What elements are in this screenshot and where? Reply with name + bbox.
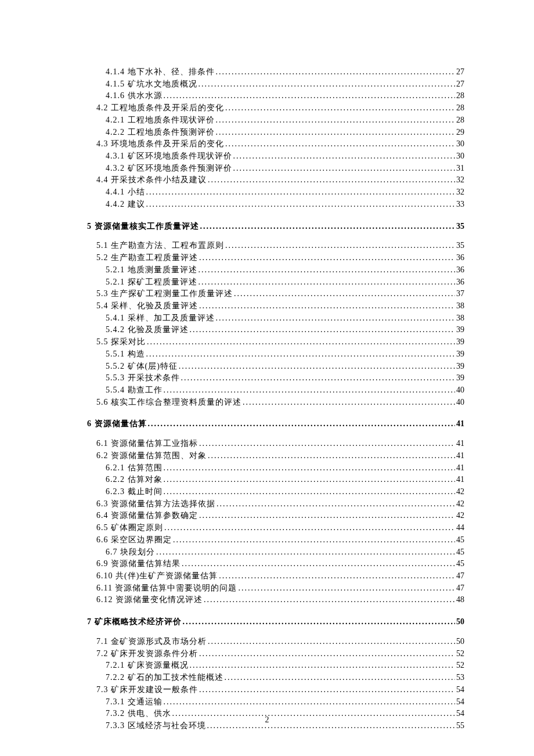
toc-entry: 4.2.1 工程地质条件现状评价28 [87,114,464,127]
toc-label: 5.2 生产勘查工程质量评述 [96,252,198,264]
toc-page: 42 [455,510,464,522]
toc-entry: 5.2 生产勘查工程质量评述36 [87,252,464,264]
toc-entry: 6.9 资源储量估算结果45 [87,558,464,570]
toc-page: 52 [455,660,464,672]
toc-entry: 4.3 环境地质条件及开采后的变化30 [87,138,464,150]
toc-label: 5.4.1 采样、加工及质量评述 [106,312,215,325]
toc-page: 28 [455,114,464,127]
toc-label: 5 资源储量核实工作质量评述 [87,221,199,233]
toc-page: 41 [455,474,464,486]
toc-page: 30 [455,150,464,163]
toc-label: 6.2.2 估算对象 [106,474,163,486]
toc-label: 6.2 资源储量估算范围、对象 [96,450,207,462]
toc-entry: 6.4 资源储量估算参数确定42 [87,510,464,522]
toc-entry: 6.2.1 估算范围41 [87,462,464,474]
toc-page: 39 [455,336,464,348]
toc-leader-dots [232,150,456,163]
toc-leader-dots [218,570,455,582]
toc-entry: 4.1.4 地下水补、径、排条件27 [87,66,464,78]
toc-entry: 5.2.1 地质测量质量评述36 [87,264,464,276]
toc-label: 7.3 矿床开发建设一般条件 [96,684,198,696]
toc-page: 45 [455,534,464,546]
toc-entry: 4.1.5 矿坑水文地质概况27 [87,78,464,91]
toc-label: 7.2 矿床开发资源条件分析 [96,648,198,660]
toc-leader-dots [145,348,456,361]
toc-entry: 5.4.2 化验及质量评述39 [87,324,464,336]
toc-entry: 5.3 生产探矿工程测量工作质量评述37 [87,288,464,300]
toc-entry: 5.5.2 矿体(层)特征39 [87,361,464,373]
toc-label: 6.2.1 估算范围 [106,462,163,474]
toc-page: 52 [455,648,464,660]
toc-leader-dots [163,486,456,498]
toc-leader-dots [163,90,456,102]
toc-page: 39 [455,348,464,361]
toc-label: 5.4.2 化验及质量评述 [106,324,189,336]
toc-leader-dots [198,300,455,312]
toc-label: 5.1 生产勘查方法、工程布置原则 [96,240,224,252]
toc-entry: 6.10 共(伴)生矿产资源储量估算47 [87,570,464,582]
toc-leader-dots [180,372,456,384]
toc-leader-dots [224,138,455,150]
toc-label: 4.4 开采技术条件小结及建议 [96,174,207,186]
toc-label: 4.1.5 矿坑水文地质概况 [106,78,197,91]
toc-label: 4.4.2 建议 [106,199,145,211]
toc-page: 32 [455,174,464,186]
toc-leader-dots [223,672,456,684]
toc-page: 47 [455,582,464,595]
toc-entry: 6.12 资源储量变化情况评述48 [87,594,464,606]
toc-label: 5.5.3 开采技术条件 [106,372,180,384]
toc-page: 50 [455,616,464,628]
toc-leader-dots [155,546,455,559]
toc-leader-dots [224,102,455,114]
toc-leader-dots [163,522,455,534]
toc-leader-dots [241,397,455,409]
toc-entry: 7.3.1 交通运输54 [87,696,464,708]
toc-label: 5.5.1 构造 [106,348,145,361]
toc-page: 36 [455,276,464,289]
toc-leader-dots [197,264,456,276]
toc-leader-dots [145,186,456,199]
page-number: 2 [0,715,534,725]
toc-page: 39 [455,324,464,336]
toc-entry: 7.2.1 矿床资源量概况52 [87,660,464,672]
toc-entry: 6.5 矿体圈定原则44 [87,522,464,534]
toc-label: 6.10 共(伴)生矿产资源储量估算 [96,570,218,582]
toc-label: 7.2.1 矿床资源量概况 [106,660,189,672]
toc-label: 4.2.1 工程地质条件现状评价 [106,114,215,127]
toc-page: 45 [455,558,464,570]
toc-page: 40 [455,397,464,409]
toc-page: 44 [455,522,464,534]
table-of-contents: 4.1.4 地下水补、径、排条件274.1.5 矿坑水文地质概况274.1.6 … [87,66,464,732]
toc-entry: 6.11 资源储量估算中需要说明的问题47 [87,582,464,595]
toc-leader-dots [215,114,456,127]
toc-page: 38 [455,300,464,312]
toc-page: 50 [455,636,464,648]
toc-label: 6.2.3 截止时间 [106,486,163,498]
toc-page: 53 [455,672,464,684]
toc-leader-dots [178,361,455,373]
toc-page: 47 [455,570,464,582]
toc-entry: 7.3 矿床开发建设一般条件54 [87,684,464,696]
toc-label: 6.12 资源储量变化情况评述 [96,594,203,606]
toc-entry: 5.5.1 构造39 [87,348,464,361]
toc-leader-dots [215,312,456,325]
toc-label: 7.1 金矿资源形式及市场分析 [96,636,207,648]
toc-page: 35 [455,240,464,252]
toc-entry: 6.7 块段划分45 [87,546,464,559]
toc-page: 54 [455,684,464,696]
toc-label: 4.3.2 矿区环境地质条件预测评价 [106,163,232,175]
toc-entry: 5.1 生产勘查方法、工程布置原则35 [87,240,464,252]
toc-label: 7 矿床概略技术经济评价 [87,616,182,628]
toc-page: 28 [455,90,464,102]
toc-leader-dots [207,174,455,186]
toc-entry: 7.2.2 矿石的加工技术性能概述53 [87,672,464,684]
toc-label: 4.3.1 矿区环境地质条件现状评价 [106,150,232,163]
toc-entry: 4.2.2 工程地质条件预测评价29 [87,127,464,139]
toc-label: 4.3 环境地质条件及开采后的变化 [96,138,224,150]
toc-label: 6.4 资源储量估算参数确定 [96,510,198,522]
toc-page: 39 [455,361,464,373]
toc-leader-dots [147,418,456,430]
toc-label: 4.2.2 工程地质条件预测评价 [106,127,215,139]
toc-page: 28 [455,102,464,114]
toc-entry: 4.3.1 矿区环境地质条件现状评价30 [87,150,464,163]
